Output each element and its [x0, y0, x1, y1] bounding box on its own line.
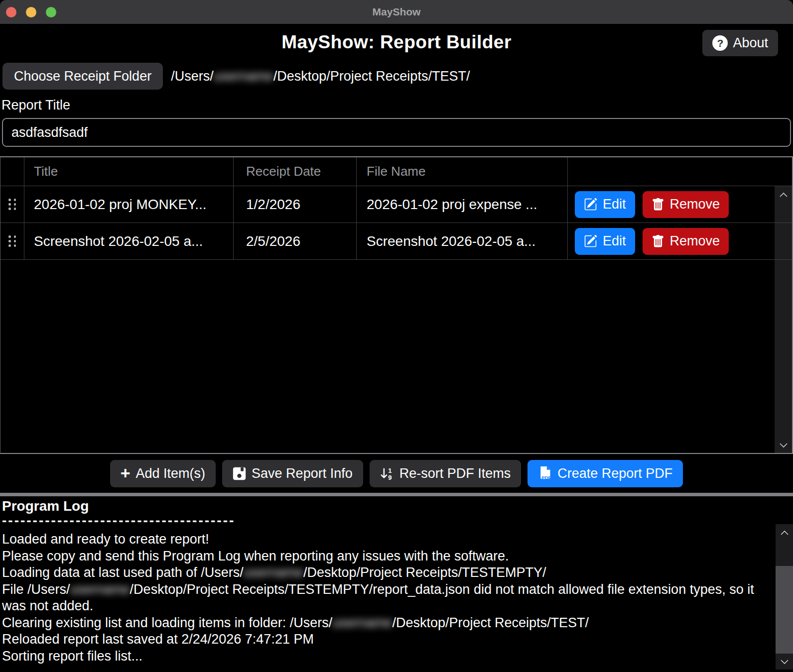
choose-receipt-folder-button[interactable]: Choose Receipt Folder — [2, 63, 163, 90]
report-title-label: Report Title — [1, 98, 793, 113]
edit-button[interactable]: Edit — [575, 228, 635, 255]
pdf-file-icon: PDF — [538, 466, 552, 481]
actions-bar: + Add Item(s) Save Report Info 19 Re-sor… — [0, 454, 793, 493]
table-empty-area — [0, 260, 792, 453]
table-row: Screenshot 2026-02-05 a... 2/5/2026 Scre… — [0, 223, 792, 260]
receipt-items-table: Title Receipt Date File Name 2026-01-02 … — [0, 156, 793, 454]
create-report-pdf-label: Create Report PDF — [557, 466, 672, 481]
log-line: Reloaded report last saved at 2/24/2026 … — [2, 631, 754, 648]
add-items-label: Add Item(s) — [136, 466, 206, 481]
svg-text:PDF: PDF — [542, 475, 551, 480]
remove-button[interactable]: Remove — [643, 228, 729, 255]
scroll-down-icon[interactable] — [775, 443, 792, 448]
column-header-file-name: File Name — [357, 157, 568, 186]
program-log-scrollbar[interactable] — [776, 524, 793, 670]
row-drag-handle[interactable] — [0, 186, 24, 223]
report-title-input[interactable] — [2, 118, 791, 147]
column-header-title: Title — [24, 157, 234, 186]
receipt-folder-row: Choose Receipt Folder /Users/username/De… — [2, 63, 793, 90]
save-floppy-icon — [233, 467, 246, 480]
program-log-dashes: -------------------------------------- — [2, 514, 793, 527]
log-scroll-down-icon[interactable] — [776, 659, 793, 665]
redacted-username: username — [214, 69, 273, 84]
column-header-actions — [568, 157, 792, 186]
receipt-folder-path: /Users/username/Desktop/Project Receipts… — [171, 69, 470, 84]
redacted-username: username — [244, 565, 303, 580]
resort-pdf-items-button[interactable]: 19 Re-sort PDF Items — [370, 460, 522, 487]
pencil-square-icon — [584, 198, 597, 211]
table-scrollbar-segment[interactable] — [775, 223, 792, 259]
drag-dots-icon — [8, 235, 16, 247]
about-button[interactable]: ? About — [702, 30, 778, 56]
row-title-cell: 2026-01-02 proj MONKEY... — [24, 186, 234, 223]
svg-text:9: 9 — [388, 474, 392, 480]
drag-handle-header-cell — [0, 157, 24, 186]
path-prefix: /Users/ — [171, 69, 214, 84]
scroll-up-icon[interactable] — [775, 192, 792, 198]
add-items-button[interactable]: + Add Item(s) — [110, 460, 216, 487]
program-log-section: Program Log ----------------------------… — [0, 496, 793, 670]
log-line: Sorting report files list... — [2, 648, 754, 665]
program-log-heading: Program Log — [2, 498, 793, 514]
path-suffix: /Desktop/Project Receipts/TEST/ — [273, 69, 470, 84]
page-title: MayShow: Report Builder — [0, 24, 793, 53]
log-scroll-up-icon[interactable] — [776, 530, 793, 536]
table-header-row: Title Receipt Date File Name — [0, 157, 792, 186]
row-file-name-cell: 2026-01-02 proj expense ... — [357, 186, 568, 223]
redacted-username: username — [70, 582, 130, 597]
program-log-lines: Loaded and ready to create report!Please… — [2, 531, 793, 665]
row-receipt-date-cell: 1/2/2026 — [234, 186, 357, 223]
table-row: 2026-01-02 proj MONKEY... 1/2/2026 2026-… — [0, 186, 792, 223]
log-line: Please copy and send this Program Log wh… — [2, 548, 754, 565]
save-report-info-button[interactable]: Save Report Info — [222, 460, 363, 487]
resort-pdf-items-label: Re-sort PDF Items — [399, 466, 511, 481]
log-scrollbar-thumb[interactable] — [776, 566, 793, 654]
table-scrollbar-segment[interactable] — [775, 186, 792, 223]
row-actions-cell: Edit Remove — [568, 223, 775, 259]
svg-text:1: 1 — [388, 467, 392, 474]
row-actions-cell: Edit Remove — [568, 186, 775, 223]
app-header: MayShow: Report Builder ? About — [0, 24, 793, 60]
log-line: Loading data at last used path of /Users… — [2, 564, 754, 581]
row-title-cell: Screenshot 2026-02-05 a... — [24, 223, 234, 259]
log-line: Loaded and ready to create report! — [2, 531, 754, 548]
log-divider — [0, 493, 793, 496]
trash-icon — [652, 235, 664, 248]
about-button-label: About — [733, 35, 768, 51]
table-scrollbar[interactable] — [775, 260, 792, 453]
save-report-info-label: Save Report Info — [252, 466, 353, 481]
drag-dots-icon — [8, 199, 16, 210]
redacted-username: username — [332, 615, 392, 630]
window-title: MayShow — [0, 6, 793, 18]
column-header-receipt-date: Receipt Date — [234, 157, 357, 186]
row-drag-handle[interactable] — [0, 223, 24, 259]
log-line: Clearing existing list and loading items… — [2, 615, 754, 632]
remove-button[interactable]: Remove — [643, 191, 729, 218]
log-line: File /Users/username/Desktop/Project Rec… — [2, 581, 754, 615]
sort-numeric-down-icon: 19 — [380, 466, 394, 480]
edit-button[interactable]: Edit — [575, 191, 635, 218]
window-titlebar: MayShow — [0, 0, 793, 24]
question-icon: ? — [712, 35, 728, 51]
trash-icon — [652, 198, 664, 211]
row-receipt-date-cell: 2/5/2026 — [234, 223, 357, 259]
row-file-name-cell: Screenshot 2026-02-05 a... — [357, 223, 568, 259]
pencil-square-icon — [584, 234, 597, 248]
create-report-pdf-button[interactable]: PDF Create Report PDF — [528, 460, 683, 487]
